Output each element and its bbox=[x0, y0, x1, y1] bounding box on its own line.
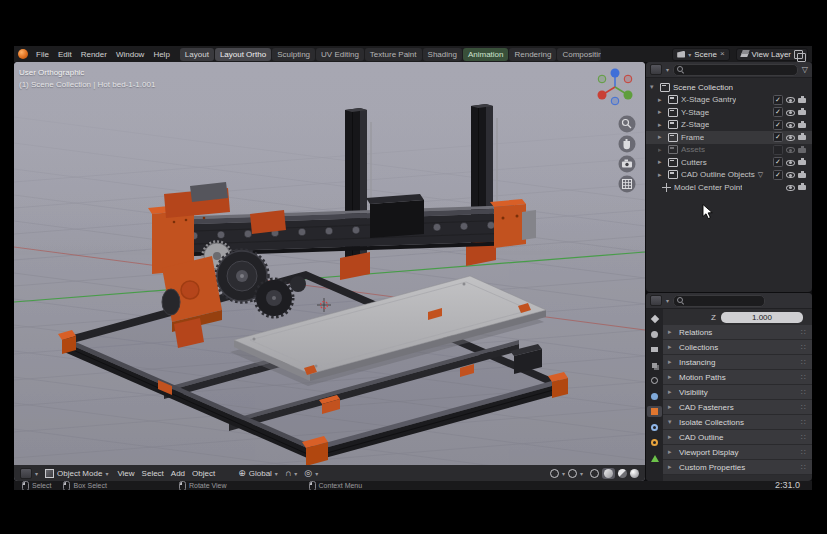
transform-orientation[interactable]: ⊕ Global ▾ bbox=[238, 469, 278, 478]
viewport-scene[interactable] bbox=[14, 62, 645, 481]
section-visibility[interactable]: ▸ Visibility ∷ bbox=[663, 385, 812, 400]
tab-object-data[interactable] bbox=[647, 453, 662, 464]
disclosure-triangle[interactable]: ▸ bbox=[658, 146, 665, 154]
disclosure-triangle[interactable]: ▸ bbox=[658, 108, 665, 116]
shading-solid-icon[interactable] bbox=[604, 469, 613, 478]
section-instancing[interactable]: ▸ Instancing ∷ bbox=[663, 355, 812, 370]
shading-wireframe-icon[interactable] bbox=[590, 469, 599, 478]
outliner-row-frame[interactable]: ▸ Frame ✓ bbox=[646, 131, 812, 144]
outliner-row-assets[interactable]: ▸ Assets bbox=[646, 144, 812, 157]
checkbox-icon[interactable]: ✓ bbox=[773, 95, 783, 105]
tab-uv-editing[interactable]: UV Editing bbox=[316, 48, 364, 61]
tab-compositing[interactable]: Compositing bbox=[557, 48, 601, 61]
tab-shading[interactable]: Shading bbox=[423, 48, 462, 61]
section-viewport-display[interactable]: ▸ Viewport Display ∷ bbox=[663, 445, 812, 460]
camera-icon[interactable] bbox=[798, 170, 808, 179]
outliner-row-y-stage[interactable]: ▸ Y-Stage ✓ bbox=[646, 106, 812, 119]
show-gizmo-icon[interactable] bbox=[550, 469, 559, 478]
outliner-row-x-stage-gantry[interactable]: ▸ X-Stage Gantry ✓ bbox=[646, 94, 812, 107]
checkbox-icon[interactable]: ✓ bbox=[773, 170, 783, 180]
drag-grip-icon[interactable]: ∷ bbox=[801, 403, 807, 412]
drag-grip-icon[interactable]: ∷ bbox=[801, 358, 807, 367]
disclosure-triangle[interactable]: ▸ bbox=[658, 158, 665, 166]
camera-icon[interactable] bbox=[798, 158, 808, 167]
drag-grip-icon[interactable]: ∷ bbox=[801, 373, 807, 382]
unlink-scene-icon[interactable]: × bbox=[720, 50, 725, 58]
menu-add[interactable]: Add bbox=[169, 469, 187, 478]
filter-icon[interactable]: ▽ bbox=[802, 65, 808, 74]
section-cad-outline[interactable]: ▸ CAD Outline ∷ bbox=[663, 430, 812, 445]
outliner-row-cad-outline-objects[interactable]: ▸ CAD Outline Objects ▽ ✓ bbox=[646, 169, 812, 182]
section-collections[interactable]: ▸ Collections ∷ bbox=[663, 340, 812, 355]
drag-grip-icon[interactable]: ∷ bbox=[801, 418, 807, 427]
disclosure-triangle[interactable]: ▸ bbox=[658, 121, 665, 129]
tab-modifiers[interactable] bbox=[647, 422, 662, 433]
section-cad-fasteners[interactable]: ▸ CAD Fasteners ∷ bbox=[663, 400, 812, 415]
tab-render[interactable] bbox=[647, 329, 662, 340]
checkbox-icon[interactable] bbox=[773, 145, 783, 155]
menu-window[interactable]: Window bbox=[112, 50, 148, 59]
zoom-button[interactable] bbox=[619, 116, 636, 133]
mode-selector[interactable]: Object Mode ▾ bbox=[45, 469, 108, 478]
tab-world[interactable] bbox=[647, 391, 662, 402]
shading-material-icon[interactable] bbox=[618, 469, 627, 478]
menu-select[interactable]: Select bbox=[140, 469, 166, 478]
camera-icon[interactable] bbox=[798, 108, 808, 117]
show-overlays-icon[interactable] bbox=[568, 469, 577, 478]
outliner-row-model-center-point[interactable]: Model Center Point bbox=[646, 181, 812, 194]
checkbox-icon[interactable]: ✓ bbox=[773, 107, 783, 117]
drag-grip-icon[interactable]: ∷ bbox=[801, 388, 807, 397]
blender-logo-icon[interactable] bbox=[18, 49, 28, 59]
disclosure-triangle[interactable]: ▸ bbox=[658, 96, 665, 104]
menu-view[interactable]: View bbox=[115, 469, 136, 478]
drag-grip-icon[interactable]: ∷ bbox=[801, 433, 807, 442]
camera-icon[interactable] bbox=[798, 145, 808, 154]
section-motion-paths[interactable]: ▸ Motion Paths ∷ bbox=[663, 370, 812, 385]
editor-type-selector[interactable]: ▾ bbox=[20, 468, 38, 479]
eye-icon[interactable] bbox=[786, 158, 795, 167]
outliner-editor-icon[interactable] bbox=[650, 64, 662, 75]
disclosure-triangle[interactable]: ▸ bbox=[658, 171, 665, 179]
properties-editor-icon[interactable] bbox=[650, 295, 662, 306]
pan-hand-button[interactable] bbox=[619, 136, 636, 153]
section-custom-properties[interactable]: ▸ Custom Properties ∷ bbox=[663, 460, 812, 475]
properties-search[interactable] bbox=[673, 295, 765, 307]
eye-icon[interactable] bbox=[786, 95, 795, 104]
properties-search-input[interactable] bbox=[687, 296, 761, 305]
menu-edit[interactable]: Edit bbox=[54, 50, 76, 59]
outliner-search-input[interactable] bbox=[687, 65, 794, 74]
eye-icon[interactable] bbox=[786, 120, 795, 129]
tab-texture-paint[interactable]: Texture Paint bbox=[365, 48, 422, 61]
tab-layout[interactable]: Layout bbox=[180, 48, 214, 61]
scene-selector[interactable]: ▾ Scene × bbox=[672, 48, 729, 61]
scale-z-field[interactable]: 1.000 bbox=[721, 312, 803, 323]
view-layer-selector[interactable]: View Layer bbox=[736, 48, 808, 61]
outliner-row-scene-collection[interactable]: ▾ Scene Collection bbox=[646, 81, 812, 94]
menu-object[interactable]: Object bbox=[190, 469, 217, 478]
disclosure-triangle[interactable]: ▾ bbox=[650, 83, 657, 91]
ortho-grid-button[interactable] bbox=[619, 176, 636, 193]
proportional-editing-toggle[interactable]: ◎ ▾ bbox=[304, 469, 318, 478]
tab-tool[interactable] bbox=[647, 313, 662, 324]
checkbox-icon[interactable]: ✓ bbox=[773, 120, 783, 130]
drag-grip-icon[interactable]: ∷ bbox=[801, 343, 807, 352]
snapping-toggle[interactable]: ∩ ▾ bbox=[285, 469, 297, 478]
tab-view-layer[interactable] bbox=[647, 360, 662, 371]
tab-sculpting[interactable]: Sculpting bbox=[272, 48, 315, 61]
checkbox-icon[interactable]: ✓ bbox=[773, 132, 783, 142]
navigation-gizmo[interactable] bbox=[598, 69, 633, 105]
section-relations[interactable]: ▸ Relations ∷ bbox=[663, 325, 812, 340]
camera-view-button[interactable] bbox=[619, 156, 636, 173]
checkbox-icon[interactable]: ✓ bbox=[773, 157, 783, 167]
eye-icon[interactable] bbox=[786, 170, 795, 179]
outliner-search[interactable] bbox=[673, 64, 798, 76]
tab-animation[interactable]: Animation bbox=[463, 48, 509, 61]
tab-output[interactable] bbox=[647, 344, 662, 355]
tab-rendering[interactable]: Rendering bbox=[509, 48, 556, 61]
drag-grip-icon[interactable]: ∷ bbox=[801, 463, 807, 472]
camera-icon[interactable] bbox=[798, 183, 808, 192]
camera-icon[interactable] bbox=[798, 95, 808, 104]
outliner-row-cutters[interactable]: ▸ Cutters ✓ bbox=[646, 156, 812, 169]
camera-icon[interactable] bbox=[798, 133, 808, 142]
shading-rendered-icon[interactable] bbox=[630, 469, 639, 478]
